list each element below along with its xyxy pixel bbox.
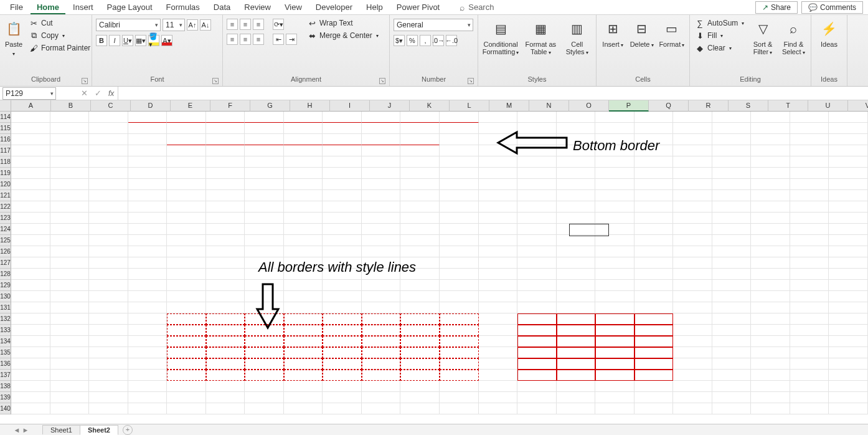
row-header-137[interactable]: 137 <box>0 370 11 381</box>
alignment-launcher[interactable]: ↘ <box>379 78 385 84</box>
fill-color-button[interactable]: 🪣▾ <box>148 35 159 46</box>
format-painter-button[interactable]: 🖌Format Painter <box>27 42 92 54</box>
tab-data[interactable]: Data <box>207 1 237 14</box>
align-left-button[interactable]: ≡ <box>227 34 238 45</box>
fx-button[interactable]: fx <box>105 89 118 98</box>
row-header-140[interactable]: 140 <box>0 403 11 414</box>
col-header-G[interactable]: G <box>250 100 290 112</box>
row-header-118[interactable]: 118 <box>0 156 11 168</box>
align-middle-button[interactable]: ≡ <box>240 19 251 30</box>
col-header-T[interactable]: T <box>768 100 808 112</box>
sheet-tab-sheet1[interactable]: Sheet1 <box>42 425 80 434</box>
row-header-119[interactable]: 119 <box>0 168 11 179</box>
underline-button[interactable]: U▾ <box>122 35 133 46</box>
col-header-D[interactable]: D <box>131 100 171 112</box>
select-all-corner[interactable] <box>0 100 11 112</box>
tab-page-layout[interactable]: Page Layout <box>101 1 159 14</box>
row-header-131[interactable]: 131 <box>0 302 11 313</box>
font-name-select[interactable]: Calibri <box>96 19 161 31</box>
font-launcher[interactable]: ↘ <box>212 78 219 84</box>
col-header-M[interactable]: M <box>489 100 529 112</box>
tab-developer[interactable]: Developer <box>309 1 359 14</box>
merge-center-button[interactable]: ⬌Merge & Center▾ <box>306 30 380 41</box>
col-header-O[interactable]: O <box>569 100 609 112</box>
autosum-button[interactable]: ∑AutoSum▾ <box>694 17 745 29</box>
tab-help[interactable]: Help <box>360 1 389 14</box>
row-header-135[interactable]: 135 <box>0 347 11 358</box>
row-header-114[interactable]: 114 <box>0 112 11 123</box>
ideas-button[interactable]: ⚡Ideas <box>815 17 843 48</box>
tab-formulas[interactable]: Formulas <box>160 1 206 14</box>
row-header-125[interactable]: 125 <box>0 235 11 246</box>
comma-button[interactable]: , <box>420 35 431 46</box>
find-select-button[interactable]: ⌕Find & Select <box>780 17 807 57</box>
col-header-J[interactable]: J <box>370 100 410 112</box>
row-header-120[interactable]: 120 <box>0 179 11 190</box>
col-header-R[interactable]: R <box>689 100 729 112</box>
percent-button[interactable]: % <box>407 35 418 46</box>
conditional-formatting-button[interactable]: ▤Conditional Formatting <box>482 17 519 57</box>
sheet-nav-prev[interactable]: ◄ <box>12 426 21 434</box>
italic-button[interactable]: I <box>109 35 120 46</box>
align-right-button[interactable]: ≡ <box>253 34 264 45</box>
sheet-nav-next[interactable]: ► <box>21 426 30 434</box>
tab-power-pivot[interactable]: Power Pivot <box>390 1 446 14</box>
col-header-A[interactable]: A <box>11 100 51 112</box>
sheet-tab-sheet2[interactable]: Sheet2 <box>80 425 118 435</box>
sort-filter-button[interactable]: ▽Sort & Filter <box>749 17 776 57</box>
col-header-P[interactable]: P <box>609 100 649 112</box>
row-header-127[interactable]: 127 <box>0 257 11 269</box>
row-header-117[interactable]: 117 <box>0 145 11 156</box>
name-box[interactable]: P129 <box>2 87 56 100</box>
tab-view[interactable]: View <box>278 1 308 14</box>
cell-styles-button[interactable]: ▥Cell Styles <box>562 17 592 57</box>
col-header-E[interactable]: E <box>171 100 210 112</box>
font-size-select[interactable]: 11 <box>163 19 185 31</box>
enter-formula-button[interactable]: ✓ <box>91 88 105 98</box>
col-header-H[interactable]: H <box>290 100 330 112</box>
cell-grid[interactable] <box>11 112 868 414</box>
row-header-115[interactable]: 115 <box>0 123 11 134</box>
increase-font-button[interactable]: A↑ <box>187 19 198 31</box>
accounting-button[interactable]: $▾ <box>394 35 405 46</box>
column-headers[interactable]: ABCDEFGHIJKLMNOPQRSTUV <box>11 100 868 112</box>
wrap-text-button[interactable]: ↩Wrap Text <box>306 17 380 29</box>
tab-insert[interactable]: Insert <box>67 1 100 14</box>
row-header-133[interactable]: 133 <box>0 325 11 336</box>
col-header-U[interactable]: U <box>808 100 848 112</box>
tab-home[interactable]: Home <box>31 1 65 14</box>
worksheet[interactable]: ABCDEFGHIJKLMNOPQRSTUV 11411511611711811… <box>0 100 868 423</box>
row-header-129[interactable]: 129 <box>0 280 11 291</box>
col-header-N[interactable]: N <box>529 100 569 112</box>
align-top-button[interactable]: ≡ <box>227 19 238 30</box>
new-sheet-button[interactable]: + <box>123 425 133 435</box>
cancel-formula-button[interactable]: ✕ <box>77 88 91 98</box>
row-header-124[interactable]: 124 <box>0 224 11 235</box>
col-header-K[interactable]: K <box>410 100 450 112</box>
row-header-134[interactable]: 134 <box>0 336 11 347</box>
row-header-122[interactable]: 122 <box>0 201 11 213</box>
orientation-button[interactable]: ⟳▾ <box>273 19 284 30</box>
col-header-Q[interactable]: Q <box>649 100 689 112</box>
row-header-116[interactable]: 116 <box>0 134 11 145</box>
row-header-138[interactable]: 138 <box>0 381 11 392</box>
row-header-136[interactable]: 136 <box>0 358 11 370</box>
increase-decimal-button[interactable]: .0→ <box>433 35 444 46</box>
row-header-130[interactable]: 130 <box>0 291 11 302</box>
col-header-I[interactable]: I <box>330 100 370 112</box>
row-header-126[interactable]: 126 <box>0 246 11 257</box>
align-center-button[interactable]: ≡ <box>240 34 251 45</box>
col-header-C[interactable]: C <box>91 100 131 112</box>
delete-button[interactable]: ⊟Delete <box>629 17 654 49</box>
clipboard-launcher[interactable]: ↘ <box>82 78 88 84</box>
row-header-123[interactable]: 123 <box>0 213 11 224</box>
row-headers[interactable]: 1141151161171181191201211221231241251261… <box>0 112 11 414</box>
row-header-132[interactable]: 132 <box>0 313 11 325</box>
row-header-121[interactable]: 121 <box>0 190 11 201</box>
formula-input[interactable] <box>118 87 868 100</box>
row-header-139[interactable]: 139 <box>0 392 11 403</box>
comments-button[interactable]: 💬Comments <box>801 1 863 14</box>
font-color-button[interactable]: A▾ <box>161 35 172 46</box>
paste-button[interactable]: 📋Paste <box>4 17 24 58</box>
align-bottom-button[interactable]: ≡ <box>253 19 264 30</box>
